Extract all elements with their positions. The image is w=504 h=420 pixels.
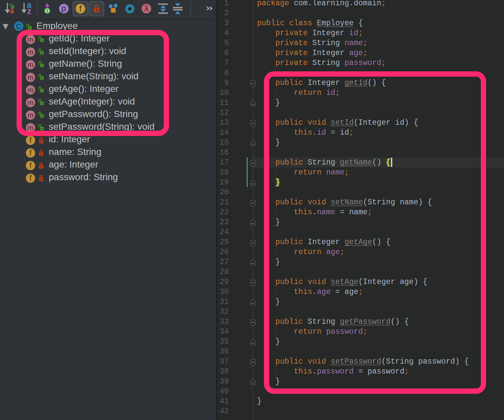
svg-text:C: C (16, 22, 22, 31)
svg-text:f: f (79, 4, 82, 13)
svg-text:λ: λ (145, 4, 149, 13)
svg-text:f: f (30, 149, 32, 157)
svg-text:z: z (27, 6, 31, 16)
svg-text:f: f (30, 174, 32, 182)
svg-text:I: I (46, 9, 48, 14)
svg-text:f: f (30, 161, 32, 170)
svg-text:p: p (61, 4, 66, 13)
svg-text:f: f (30, 136, 32, 145)
